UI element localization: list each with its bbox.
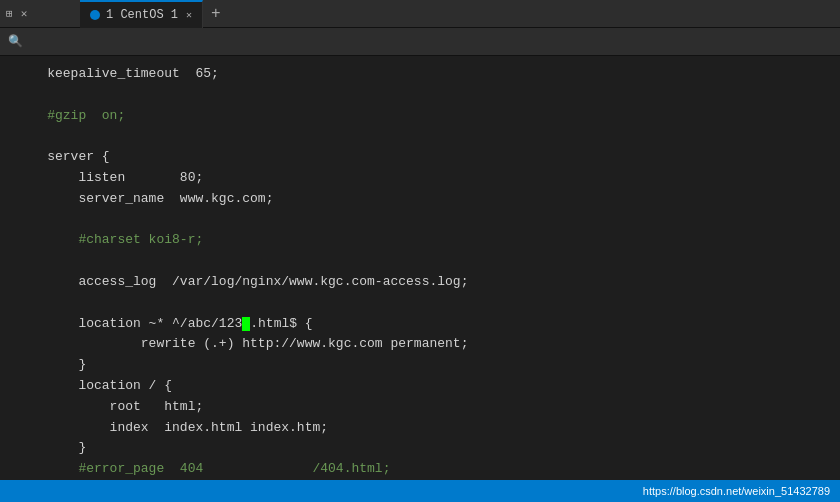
code-text: server { [16, 147, 110, 168]
tab-indicator [90, 10, 100, 20]
window-close-icon[interactable]: ✕ [21, 7, 28, 20]
code-text: location / { [16, 376, 172, 397]
code-text: #error_page 404 /404.html; [16, 459, 390, 480]
code-line: index index.html index.htm; [16, 418, 824, 439]
code-text: .html$ { [250, 314, 312, 335]
code-line: #gzip on; [16, 106, 824, 127]
code-line: #charset koi8-r; [16, 230, 824, 251]
code-line: location / { [16, 376, 824, 397]
editor-area: keepalive_timeout 65; #gzip on; server {… [0, 56, 840, 480]
code-text: root html; [16, 397, 203, 418]
text-cursor [242, 317, 250, 331]
pin-icon[interactable]: ⊞ [6, 7, 13, 20]
code-line [16, 126, 824, 147]
code-text: listen 80; [16, 168, 203, 189]
code-text: keepalive_timeout 65; [16, 64, 219, 85]
code-text: rewrite (.+) http://www.kgc.com permanen… [16, 334, 468, 355]
code-line [16, 210, 824, 231]
search-icon: 🔍 [8, 34, 23, 49]
title-bar: ⊞ ✕ 1 CentOS 1 ✕ + [0, 0, 840, 28]
add-tab-button[interactable]: + [203, 5, 229, 23]
code-line: } [16, 355, 824, 376]
code-text: index index.html index.htm; [16, 418, 328, 439]
search-bar: 🔍 [0, 28, 840, 56]
code-line: keepalive_timeout 65; [16, 64, 824, 85]
code-line [16, 251, 824, 272]
code-content: keepalive_timeout 65; #gzip on; server {… [0, 64, 840, 480]
code-line: access_log /var/log/nginx/www.kgc.com-ac… [16, 272, 824, 293]
code-text: access_log /var/log/nginx/www.kgc.com-ac… [16, 272, 468, 293]
code-line: server_name www.kgc.com; [16, 189, 824, 210]
code-line: #error_page 404 /404.html; [16, 459, 824, 480]
code-text: } [16, 355, 86, 376]
code-line-cursor: location ~* ^/abc/123.html$ { [16, 314, 824, 335]
tab-label: 1 CentOS 1 [106, 8, 178, 22]
code-line: } [16, 438, 824, 459]
main-content: keepalive_timeout 65; #gzip on; server {… [0, 56, 840, 480]
status-url: https://blog.csdn.net/weixin_51432789 [643, 485, 830, 497]
tab-close-icon[interactable]: ✕ [186, 9, 192, 21]
code-line: root html; [16, 397, 824, 418]
code-text: #charset koi8-r; [16, 230, 203, 251]
code-line [16, 293, 824, 314]
code-line: listen 80; [16, 168, 824, 189]
code-text: server_name www.kgc.com; [16, 189, 273, 210]
code-text: location ~* ^/abc/123 [16, 314, 242, 335]
status-bar: https://blog.csdn.net/weixin_51432789 [0, 480, 840, 502]
code-text: } [16, 438, 86, 459]
title-bar-controls: ⊞ ✕ [0, 7, 80, 20]
tab-centos1[interactable]: 1 CentOS 1 ✕ [80, 0, 203, 28]
code-line [16, 85, 824, 106]
code-text: #gzip on; [16, 106, 125, 127]
code-line: server { [16, 147, 824, 168]
code-line: rewrite (.+) http://www.kgc.com permanen… [16, 334, 824, 355]
